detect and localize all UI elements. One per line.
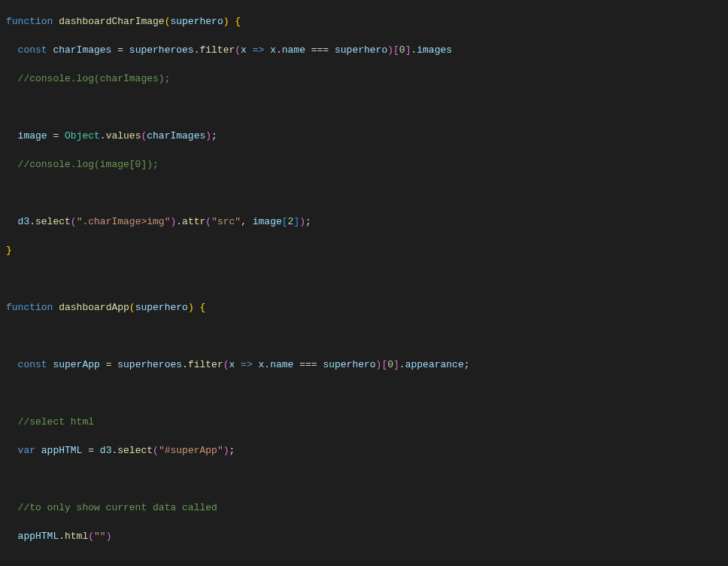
var: superhero	[323, 359, 375, 370]
code-line	[0, 386, 728, 400]
var: charImages	[147, 130, 205, 142]
semi: ;	[305, 216, 311, 227]
code-line: function dashboardApp(superhero) {	[0, 300, 728, 315]
var: superhero	[335, 44, 387, 56]
var: image	[18, 130, 47, 142]
paren: (	[71, 216, 77, 227]
paren: (	[235, 44, 241, 56]
op: =	[82, 445, 99, 456]
var: d3	[100, 445, 112, 456]
obj: Object	[65, 130, 100, 142]
paren: (	[205, 216, 211, 227]
method: values	[106, 130, 141, 142]
code-line: image = Object.values(charImages);	[0, 129, 728, 143]
semi: ;	[464, 359, 470, 370]
method: select	[117, 445, 153, 456]
prop: name	[270, 359, 293, 370]
code-line: const superApp = superheroes.filter(x =>…	[0, 358, 728, 372]
paren: )	[223, 445, 229, 456]
comment: //to only show current data called	[18, 502, 217, 513]
fn-name: dashboardApp	[59, 302, 129, 313]
brace: }	[6, 245, 12, 256]
var: image	[253, 216, 282, 227]
semi: ;	[211, 130, 217, 142]
code-line	[0, 558, 728, 566]
dot: .	[182, 359, 188, 370]
dot: .	[176, 216, 182, 227]
code-line: function dashboardCharImage(superhero) {	[0, 14, 728, 29]
paren: (	[223, 359, 229, 370]
code-line	[0, 186, 728, 200]
method: filter	[199, 44, 235, 56]
op: =	[100, 359, 117, 370]
var: charImages	[53, 44, 111, 56]
dot: .	[59, 531, 65, 542]
string: "#superApp"	[159, 445, 223, 456]
paren: (	[129, 302, 135, 313]
code-line: appHTML.html("")	[0, 529, 728, 543]
code-line	[0, 472, 728, 486]
num: 0	[399, 44, 405, 56]
code-line: }	[0, 243, 728, 257]
code-line: //console.log(image[0]);	[0, 157, 728, 172]
method: select	[35, 216, 71, 227]
comment: //console.log(image[0]);	[18, 159, 159, 170]
bracket: [	[393, 44, 399, 56]
paren: (	[153, 445, 159, 456]
paren: )	[106, 531, 112, 542]
code-line	[0, 272, 728, 286]
code-line: d3.select(".charImage>img").attr("src", …	[0, 215, 728, 229]
method: filter	[188, 359, 223, 370]
comment: //select html	[18, 416, 94, 428]
op: ===	[305, 44, 335, 56]
string: ".charImage>img"	[77, 216, 171, 227]
prop: name	[282, 44, 305, 56]
semi: ;	[229, 445, 235, 456]
op: ===	[293, 359, 323, 370]
code-line: var appHTML = d3.select("#superApp");	[0, 443, 728, 458]
paren: (	[88, 531, 94, 542]
method: html	[65, 531, 88, 542]
kw-function: function	[6, 16, 59, 27]
paren: )	[205, 130, 211, 142]
var: x	[270, 44, 276, 56]
arrow: =>	[247, 44, 270, 56]
var: appHTML	[41, 445, 83, 456]
code-line: //to only show current data called	[0, 501, 728, 515]
kw-function: function	[6, 302, 59, 313]
prop: images	[417, 44, 452, 56]
code-line: const charImages = superheroes.filter(x …	[0, 43, 728, 57]
paren: )	[223, 16, 229, 27]
var: superApp	[53, 359, 99, 370]
prop: appearance	[405, 359, 464, 370]
method: attr	[182, 216, 205, 227]
code-line: //select html	[0, 415, 728, 429]
dot: .	[100, 130, 106, 142]
op: =	[111, 44, 129, 56]
comma: ,	[241, 216, 253, 227]
code-line	[0, 329, 728, 343]
paren: )	[299, 216, 305, 227]
string: "src"	[211, 216, 241, 227]
dot: .	[276, 44, 282, 56]
dot: .	[29, 216, 35, 227]
bracket: [	[282, 216, 288, 227]
comment: //console.log(charImages);	[18, 73, 171, 84]
brace: {	[235, 16, 241, 27]
code-line	[0, 100, 728, 114]
var: superheroes	[129, 44, 194, 56]
code-line: //console.log(charImages);	[0, 72, 728, 86]
dot: .	[399, 359, 405, 370]
arrow: =>	[235, 359, 258, 370]
string: ""	[94, 531, 106, 542]
param: superhero	[135, 302, 188, 313]
var: appHTML	[18, 531, 59, 542]
num: 0	[387, 359, 393, 370]
param: x	[241, 44, 247, 56]
bracket: ]	[393, 359, 399, 370]
kw-const: const	[18, 359, 53, 370]
code-editor[interactable]: function dashboardCharImage(superhero) {…	[0, 0, 728, 566]
dot: .	[264, 359, 270, 370]
fn-name: dashboardCharImage	[59, 16, 164, 27]
brace: {	[200, 302, 206, 313]
